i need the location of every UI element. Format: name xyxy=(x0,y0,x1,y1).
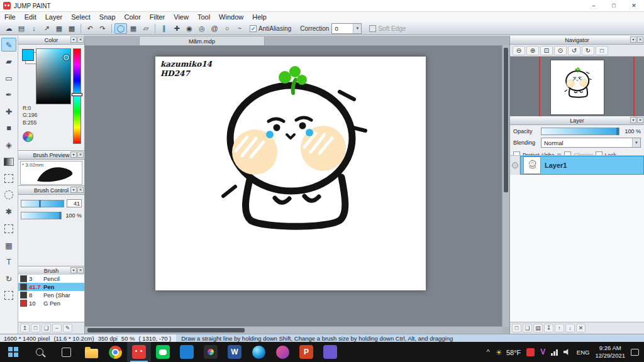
zoom-actual-icon[interactable]: ⊙ xyxy=(554,46,567,55)
snap-spiral-button[interactable]: @ xyxy=(208,23,221,34)
minimize-button[interactable]: – xyxy=(584,0,604,11)
rotate-right-icon[interactable]: ↻ xyxy=(582,46,594,55)
snap-ellipse-button[interactable]: ○ xyxy=(221,23,233,34)
taskbar-messenger-app[interactable] xyxy=(151,342,175,362)
panel-collapse-icon[interactable]: ▾ xyxy=(70,36,77,43)
antivirus-tray-icon[interactable] xyxy=(526,348,535,356)
move-tool-icon[interactable]: ✚ xyxy=(1,104,16,118)
edit-brush-icon[interactable]: ✎ xyxy=(63,324,72,332)
remove-brush-icon[interactable]: − xyxy=(52,324,62,332)
panel-collapse-icon[interactable]: ▾ xyxy=(70,187,77,193)
horizontal-scrollbar[interactable] xyxy=(85,326,502,334)
lasso-tool-icon[interactable] xyxy=(1,188,16,202)
blending-dropdown[interactable]: Normal ▼ xyxy=(541,138,641,148)
layer-visibility-toggle[interactable] xyxy=(510,156,520,175)
task-view-button[interactable] xyxy=(53,342,79,362)
slider-thumb[interactable] xyxy=(39,200,41,207)
taskbar-discord-app[interactable] xyxy=(318,342,342,362)
notification-center-icon[interactable] xyxy=(631,349,639,356)
bucket-tool-icon[interactable]: ◈ xyxy=(1,138,16,152)
slider-thumb[interactable] xyxy=(616,128,619,135)
menu-edit[interactable]: Edit xyxy=(20,13,41,21)
fill-rect-tool-icon[interactable]: ■ xyxy=(1,121,16,135)
menu-snap[interactable]: Snap xyxy=(95,13,120,21)
zoom-out-icon[interactable]: ⊖ xyxy=(513,46,525,55)
export-icon[interactable]: ↗ xyxy=(40,23,53,34)
brush-item-pencil[interactable]: 3 Pencil xyxy=(18,275,84,283)
network-icon[interactable] xyxy=(551,349,558,356)
v-app-tray-icon[interactable]: V xyxy=(540,348,545,356)
divide-tool-icon[interactable] xyxy=(1,288,16,302)
panel-collapse-icon[interactable]: ▾ xyxy=(70,151,77,158)
weather-widget[interactable]: ☀ 58°F xyxy=(496,346,521,358)
scrollbar-thumb[interactable] xyxy=(87,328,245,332)
brush-size-slider[interactable] xyxy=(21,200,64,207)
save-icon[interactable]: ↓ xyxy=(28,23,40,34)
start-button[interactable] xyxy=(0,342,26,362)
snap-parallel-button[interactable]: ∥ xyxy=(158,23,170,34)
language-indicator[interactable]: ENG xyxy=(577,349,590,356)
menu-window[interactable]: Window xyxy=(214,13,248,21)
navigator-preview[interactable] xyxy=(510,57,644,117)
zoom-level[interactable]: 50 % xyxy=(118,335,135,342)
close-button[interactable]: ✕ xyxy=(624,0,644,11)
menu-tool[interactable]: Tool xyxy=(193,13,214,21)
zoom-in-icon[interactable]: ⊕ xyxy=(526,46,539,55)
menu-layer[interactable]: Layer xyxy=(41,13,67,21)
brush-item-pen-sharp[interactable]: 8 Pen (Shar xyxy=(18,291,84,299)
document-tab[interactable]: Măm.mdp xyxy=(139,36,265,45)
panel-close-icon[interactable]: ✕ xyxy=(77,151,84,158)
brush-item-g-pen[interactable]: 10 G Pen xyxy=(18,299,84,307)
delete-layer-icon[interactable]: ✕ xyxy=(576,324,586,332)
color-wheel-icon[interactable] xyxy=(23,131,33,142)
snap-off-button[interactable]: ◯ xyxy=(114,23,127,34)
snap-perspective-button[interactable]: ▱ xyxy=(140,23,152,34)
select-tool-icon[interactable] xyxy=(1,172,16,185)
search-button[interactable] xyxy=(26,342,53,362)
correction-dropdown[interactable]: 0 ▼ xyxy=(331,23,362,34)
foreground-color-swatch[interactable] xyxy=(22,49,34,61)
undo-button[interactable]: ↶ xyxy=(84,23,96,34)
add-brush-icon[interactable]: □ xyxy=(31,324,40,332)
snap-vanish-button[interactable]: ◉ xyxy=(183,23,196,34)
panel-close-icon[interactable]: ✕ xyxy=(637,36,643,43)
rotate-left-icon[interactable]: ↺ xyxy=(568,46,580,55)
taskbar-media-app[interactable] xyxy=(270,342,294,362)
menu-view[interactable]: View xyxy=(169,13,193,21)
menu-filter[interactable]: Filter xyxy=(145,13,169,21)
scrollbar-thumb[interactable] xyxy=(504,48,508,192)
brush-opacity-slider[interactable] xyxy=(21,212,62,219)
move-layer-down-icon[interactable]: ↓ xyxy=(565,324,575,332)
speaker-icon[interactable] xyxy=(564,349,571,356)
chevron-down-icon[interactable]: ▼ xyxy=(632,138,640,147)
taskbar-file-explorer[interactable] xyxy=(79,342,103,362)
hue-cursor[interactable] xyxy=(72,93,82,96)
panel-collapse-icon[interactable]: ▾ xyxy=(70,267,77,273)
chevron-down-icon[interactable]: ▼ xyxy=(353,24,361,33)
menu-color[interactable]: Color xyxy=(120,13,145,21)
snap-cross-button[interactable]: ✚ xyxy=(170,23,183,34)
canvas-artwork[interactable]: kazumiko14 HD247 xyxy=(155,57,426,290)
color-field-cursor[interactable] xyxy=(64,55,69,60)
clock[interactable]: 9:26 AM 12/29/2021 xyxy=(595,344,625,359)
menu-select[interactable]: Select xyxy=(67,13,95,21)
add-folder-icon[interactable]: ▤ xyxy=(533,324,543,332)
hue-bar[interactable] xyxy=(73,48,81,144)
snap-grid-button[interactable]: ▦ xyxy=(127,23,140,34)
eraser-tool-icon[interactable]: ▰ xyxy=(1,55,16,69)
panel-close-icon[interactable]: ✕ xyxy=(77,36,84,43)
gradient-tool-icon[interactable] xyxy=(1,155,16,168)
layer-opacity-slider[interactable] xyxy=(541,128,619,135)
text-tool-icon[interactable]: T xyxy=(1,255,16,269)
snap-free-button[interactable]: ~ xyxy=(233,23,246,34)
antialiasing-checkbox[interactable]: ✔ xyxy=(250,25,257,32)
control-point-tool-icon[interactable]: ✒ xyxy=(1,88,16,102)
panel-close-icon[interactable]: ✕ xyxy=(77,267,84,273)
mesh-tool-icon[interactable]: ▦ xyxy=(1,238,16,252)
panel-close-icon[interactable]: ✕ xyxy=(637,117,643,123)
merge-layer-icon[interactable]: ↧ xyxy=(544,324,553,332)
duplicate-layer-icon[interactable]: ❏ xyxy=(523,324,532,332)
tray-expand-icon[interactable]: ^ xyxy=(487,348,490,356)
rectangle-tool-icon[interactable]: ▭ xyxy=(1,71,16,85)
resource-icon[interactable]: ▩ xyxy=(65,23,78,34)
